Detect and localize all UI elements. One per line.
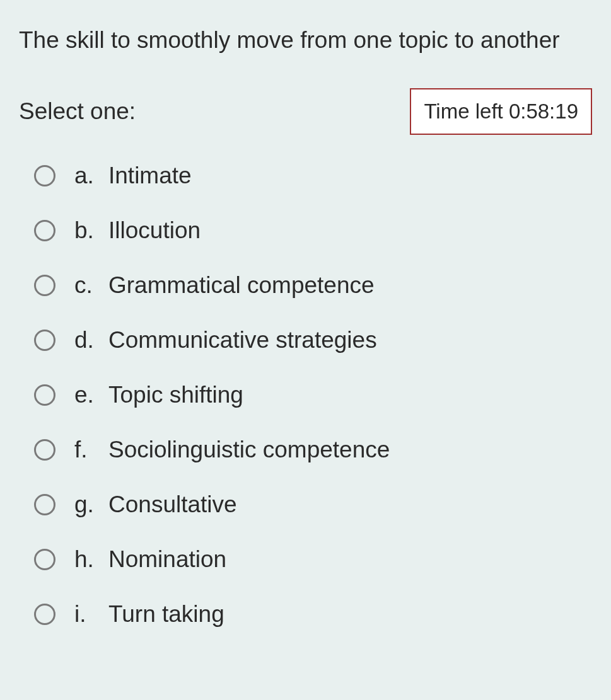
option-c[interactable]: c. Grammatical competence (34, 272, 592, 299)
radio-icon (34, 604, 55, 625)
option-letter: h. (74, 546, 108, 573)
option-a[interactable]: a. Intimate (34, 163, 592, 189)
option-letter: i. (74, 601, 108, 628)
option-letter: g. (74, 491, 108, 518)
option-text: Topic shifting (108, 382, 243, 408)
radio-icon (34, 220, 55, 241)
radio-icon (34, 165, 55, 186)
option-b[interactable]: b. Illocution (34, 217, 592, 244)
option-text: Intimate (108, 163, 192, 189)
option-g[interactable]: g. Consultative (34, 491, 592, 518)
radio-icon (34, 275, 55, 296)
radio-icon (34, 330, 55, 351)
option-letter: a. (74, 163, 108, 189)
option-text: Grammatical competence (108, 272, 375, 299)
option-letter: c. (74, 272, 108, 299)
radio-icon (34, 439, 55, 461)
radio-icon (34, 549, 55, 570)
question-text: The skill to smoothly move from one topi… (19, 23, 592, 58)
option-text: Communicative strategies (108, 327, 377, 353)
radio-icon (34, 384, 55, 406)
options-list: a. Intimate b. Illocution c. Grammatical… (19, 163, 592, 628)
option-text: Illocution (108, 217, 201, 244)
radio-icon (34, 494, 55, 515)
option-f[interactable]: f. Sociolinguistic competence (34, 437, 592, 463)
option-letter: d. (74, 327, 108, 353)
option-text: Nomination (108, 546, 226, 573)
option-d[interactable]: d. Communicative strategies (34, 327, 592, 353)
option-letter: b. (74, 217, 108, 244)
option-letter: f. (74, 437, 108, 463)
select-row: Select one: Time left 0:58:19 (19, 88, 592, 135)
timer-box: Time left 0:58:19 (410, 88, 592, 135)
option-e[interactable]: e. Topic shifting (34, 382, 592, 408)
option-h[interactable]: h. Nomination (34, 546, 592, 573)
select-one-label: Select one: (19, 98, 136, 125)
option-letter: e. (74, 382, 108, 408)
option-text: Sociolinguistic competence (108, 437, 390, 463)
option-text: Consultative (108, 491, 237, 518)
option-i[interactable]: i. Turn taking (34, 601, 592, 628)
option-text: Turn taking (108, 601, 224, 628)
